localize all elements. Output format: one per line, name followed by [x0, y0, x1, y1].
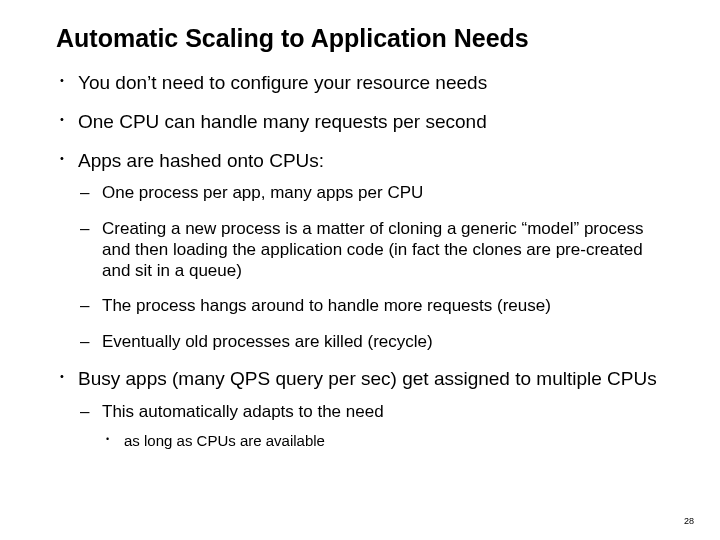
bullet-text: This automatically adapts to the need — [102, 402, 384, 421]
bullet-list-level2: One process per app, many apps per CPU C… — [78, 182, 672, 352]
page-number: 28 — [684, 516, 694, 526]
bullet-text: as long as CPUs are available — [124, 432, 325, 449]
bullet-list-level1: You don’t need to configure your resourc… — [56, 71, 672, 451]
bullet-text: Eventually old processes are killed (rec… — [102, 332, 433, 351]
bullet-subitem: This automatically adapts to the need as… — [78, 401, 672, 451]
bullet-item: You don’t need to configure your resourc… — [56, 71, 672, 95]
bullet-text: Busy apps (many QPS query per sec) get a… — [78, 368, 657, 389]
bullet-subitem: The process hangs around to handle more … — [78, 295, 672, 316]
bullet-text: Creating a new process is a matter of cl… — [102, 219, 643, 281]
bullet-item: Busy apps (many QPS query per sec) get a… — [56, 367, 672, 451]
slide-title: Automatic Scaling to Application Needs — [56, 24, 672, 53]
bullet-list-level3: as long as CPUs are available — [102, 432, 672, 451]
bullet-subitem: One process per app, many apps per CPU — [78, 182, 672, 203]
bullet-list-level2: This automatically adapts to the need as… — [78, 401, 672, 451]
bullet-subitem: Eventually old processes are killed (rec… — [78, 331, 672, 352]
bullet-text: One process per app, many apps per CPU — [102, 183, 423, 202]
bullet-item: One CPU can handle many requests per sec… — [56, 110, 672, 134]
bullet-text: Apps are hashed onto CPUs: — [78, 150, 324, 171]
slide: Automatic Scaling to Application Needs Y… — [0, 0, 720, 540]
bullet-subitem: Creating a new process is a matter of cl… — [78, 218, 672, 282]
bullet-text: One CPU can handle many requests per sec… — [78, 111, 487, 132]
bullet-item: Apps are hashed onto CPUs: One process p… — [56, 149, 672, 352]
bullet-text: The process hangs around to handle more … — [102, 296, 551, 315]
bullet-subsubitem: as long as CPUs are available — [102, 432, 672, 451]
bullet-text: You don’t need to configure your resourc… — [78, 72, 487, 93]
